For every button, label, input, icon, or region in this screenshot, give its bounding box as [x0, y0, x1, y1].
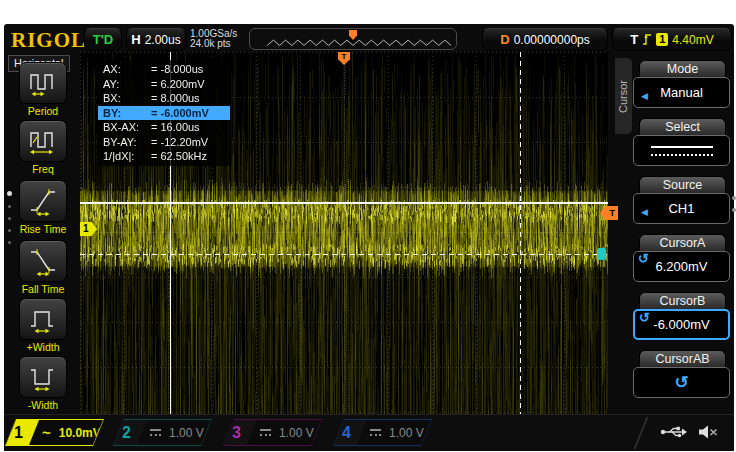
waveform-display: AX:= -8.000us AY:= 6.200mV BX:= 8.000us … [80, 52, 608, 414]
scope-screen: RIGOL T'D H 2.00us 1.00GSa/s 24.0k pts D… [4, 24, 734, 450]
menu-item-freq[interactable]: Freq [16, 120, 70, 175]
memory-depth: 24.0k pts [190, 39, 237, 49]
channel-status-bar: 1 10.0mV 2 1.00 V 3 1.00 V 4 1.00 V [4, 414, 734, 451]
menu-item-period[interactable]: Period [16, 62, 70, 117]
readout-row: 1/|dX|:= 62.50kHz [98, 149, 230, 164]
trigger-source-badge: 1 [656, 33, 668, 46]
channel-number: 2 [114, 420, 147, 445]
timebase-value: 2.00us [145, 33, 181, 47]
cursor-readout-panel: AX:= -8.000us AY:= 6.200mV BX:= 8.000us … [98, 60, 230, 166]
channel-4-status[interactable]: 4 1.00 V [333, 419, 432, 446]
oscilloscope-screenshot: RIGOL T'D H 2.00us 1.00GSa/s 24.0k pts D… [0, 0, 736, 452]
mode-value: Manual [660, 85, 703, 100]
cursor-ab-button[interactable] [633, 367, 730, 398]
cursor-a-horizontal-line[interactable] [80, 202, 608, 204]
channel-3-status[interactable]: 3 1.00 V [223, 419, 322, 446]
channel-1-status[interactable]: 1 10.0mV [5, 419, 104, 446]
channel-scale: 1.00 V [389, 426, 424, 440]
rigol-logo: RIGOL [11, 28, 86, 53]
readout-row: AY:= 6.200mV [98, 77, 230, 92]
dc-coupling-icon [150, 429, 161, 436]
cursor-b-value: -6.000mV [653, 317, 709, 332]
readout-row: BY-AY:= -12.20mV [98, 135, 230, 150]
rise-time-icon [19, 180, 67, 222]
edge-trigger-icon [642, 32, 652, 47]
delay-label: D [500, 32, 509, 47]
cursor-b-header[interactable]: CursorB [639, 292, 726, 310]
channel-number: 3 [224, 420, 257, 445]
rotate-knob-icon [674, 372, 688, 393]
select-button[interactable] [633, 135, 730, 166]
cursor-a-header[interactable]: CursorA [639, 234, 726, 252]
readout-row: AX:= -8.000us [98, 62, 230, 77]
channel-number: 1 [6, 420, 39, 445]
trigger-status-badge: T'D [84, 28, 122, 51]
menu-item-plus-width[interactable]: +Width [16, 298, 70, 353]
divider [634, 417, 649, 449]
speaker-muted-icon [698, 424, 718, 440]
menu-item-fall-time[interactable]: Fall Time [16, 240, 70, 295]
minus-width-icon [19, 356, 67, 398]
cursor-a-button[interactable]: 6.200mV [633, 251, 730, 282]
menu-item-label: Period [16, 105, 70, 117]
menu-item-label: +Width [16, 341, 70, 353]
select-header[interactable]: Select [639, 118, 726, 136]
mode-button[interactable]: Manual [633, 77, 730, 108]
cursor-b-marker-icon[interactable] [597, 248, 606, 260]
ac-coupling-icon [42, 424, 51, 442]
cursor-b-vertical-line[interactable] [520, 52, 521, 414]
trigger-status-text: T'D [93, 32, 113, 47]
cursor-ab-header[interactable]: CursorAB [639, 350, 726, 368]
source-header[interactable]: Source [639, 176, 726, 194]
menu-item-label: Fall Time [16, 283, 70, 295]
chevron-left-icon [641, 203, 648, 218]
memory-position-bar [249, 28, 457, 50]
menu-item-label: Freq [16, 163, 70, 175]
menu-item-minus-width[interactable]: -Width [16, 356, 70, 411]
freq-icon [19, 120, 67, 162]
menu-page-indicator [732, 196, 736, 220]
rotate-knob-icon [638, 251, 649, 266]
readout-row-highlighted: BY:= -6.000mV [98, 106, 230, 121]
fall-time-icon [19, 240, 67, 282]
cursor-b-button[interactable]: -6.000mV [633, 309, 730, 340]
trigger-info-box[interactable]: T 1 4.40mV [612, 28, 732, 51]
channel-2-status[interactable]: 2 1.00 V [113, 419, 212, 446]
mode-header[interactable]: Mode [639, 60, 726, 78]
dc-coupling-icon [260, 429, 271, 436]
channel-scale: 1.00 V [279, 426, 314, 440]
trigger-label: T [630, 32, 638, 47]
source-button[interactable]: CH1 [633, 193, 730, 224]
cursor-menu-tab[interactable]: Cursor [615, 58, 632, 134]
horizontal-timebase-box[interactable]: H 2.00us [126, 28, 186, 51]
acquisition-info: 1.00GSa/s 24.0k pts [190, 29, 237, 49]
delay-box[interactable]: D 0.00000000ps [482, 28, 608, 51]
channel-scale: 10.0mV [59, 426, 101, 440]
readout-row: BX-AX:= 16.00us [98, 120, 230, 135]
plus-width-icon [19, 298, 67, 340]
trigger-level-value: 4.40mV [672, 33, 713, 47]
period-icon [19, 62, 67, 104]
chevron-left-icon [641, 87, 648, 102]
menu-item-label: -Width [16, 399, 70, 411]
cursor-b-horizontal-line[interactable] [80, 254, 608, 255]
menu-scroll-indicator [6, 191, 12, 244]
h-label: H [131, 32, 140, 47]
menu-item-rise-time[interactable]: Rise Time [16, 180, 70, 235]
usb-icon [660, 425, 688, 439]
cursor-a-value: 6.200mV [655, 259, 707, 274]
rotate-knob-icon [639, 310, 650, 325]
menu-item-label: Rise Time [16, 223, 70, 235]
line-type-icon [651, 146, 713, 156]
channel-number: 4 [334, 420, 367, 445]
readout-row: BX:= 8.000us [98, 91, 230, 106]
delay-value: 0.00000000ps [514, 33, 590, 47]
dc-coupling-icon [370, 429, 381, 436]
channel-scale: 1.00 V [169, 426, 204, 440]
source-value: CH1 [668, 201, 694, 216]
